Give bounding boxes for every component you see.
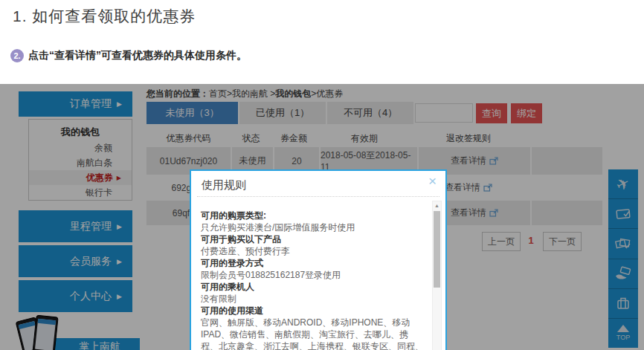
modal-title: 使用规则	[202, 178, 246, 192]
rule-text: 付费选座、预付费行李	[201, 245, 425, 257]
rule-label: 可用的登录方式	[201, 257, 425, 269]
modal-scrollbar[interactable]: ▲	[432, 201, 442, 350]
step-text: 点击“查看详情”可查看优惠券的具体使用条件。	[28, 49, 247, 62]
scroll-up-arrow-icon[interactable]: ▲	[433, 201, 441, 210]
rule-text: 限制会员号018825162187登录使用	[201, 269, 425, 281]
rule-label: 可用的购票类型:	[201, 210, 425, 221]
scrollbar-thumb[interactable]	[434, 211, 440, 288]
rule-text: 官网、触屏版、移动ANDROID、移动IPHONE、移动IPAD、微信销售、南航…	[201, 317, 425, 350]
rule-label: 可用的使用渠道	[201, 305, 425, 317]
rule-label: 可用的乘机人	[201, 281, 425, 293]
modal-divider	[197, 196, 439, 197]
website-screenshot: 订单管理 ▶ 我的钱包 余额 南航白条 优惠券 ▶ 银行卡 里程管理 ▶ 会员服…	[0, 84, 644, 350]
usage-rules-modal: 使用规则 × 可用的购票类型: 只允许购买港澳台/国际增值服务时使用 可用于购买…	[190, 169, 447, 350]
step-instruction: 2. 点击“查看详情”可查看优惠券的具体使用条件。	[10, 49, 247, 62]
close-icon[interactable]: ×	[428, 174, 437, 188]
step-number-badge: 2.	[10, 49, 24, 62]
modal-content: 可用的购票类型: 只允许购买港澳台/国际增值服务时使用 可用于购买以下产品 付费…	[191, 198, 428, 350]
rule-label: 可用于购买以下产品	[201, 233, 425, 245]
page-title: 1. 如何查看领取的优惠券	[13, 6, 196, 27]
rule-text: 只允许购买港澳台/国际增值服务时使用	[201, 221, 425, 233]
rule-text: 没有限制	[201, 293, 425, 305]
